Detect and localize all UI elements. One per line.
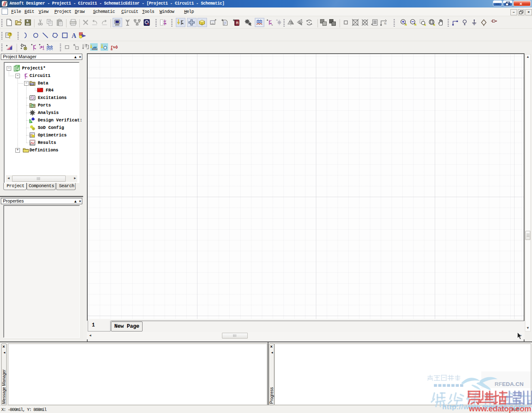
svg-text:N: N <box>384 22 386 25</box>
svg-text:P: P <box>31 104 33 107</box>
svg-text:A: A <box>71 32 76 39</box>
svg-text:1010: 1010 <box>30 83 34 85</box>
svg-text:R: R <box>236 21 239 25</box>
svg-text:RF: RF <box>495 381 502 387</box>
svg-text:EDA.CN: EDA.CN <box>502 381 524 387</box>
